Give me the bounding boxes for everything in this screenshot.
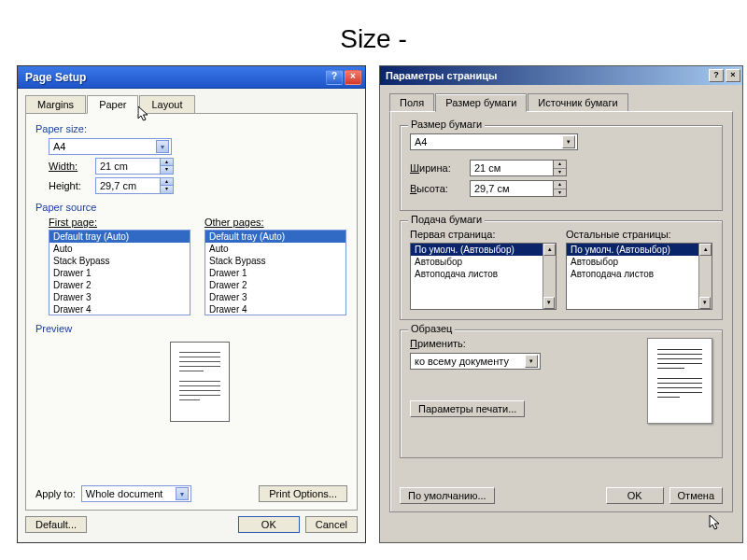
preview-area xyxy=(49,338,347,431)
other-pages-label: Other pages: xyxy=(204,217,347,228)
spin-down-icon[interactable]: ▾ xyxy=(160,166,173,174)
list-item[interactable]: Drawer 1 xyxy=(49,267,190,279)
other-pages-listbox[interactable]: Default tray (Auto) Auto Stack Bypass Dr… xyxy=(204,230,346,315)
paper-source-section-label: Paper source xyxy=(35,202,347,213)
preview-section-label: Preview xyxy=(35,323,347,334)
page-title: Size - xyxy=(0,24,747,54)
chevron-down-icon[interactable]: ▾ xyxy=(176,487,189,500)
tab-paper-source[interactable]: Источник бумаги xyxy=(528,93,627,112)
scroll-up-icon[interactable]: ▴ xyxy=(543,244,556,256)
paper-size-value: A4 xyxy=(415,136,427,147)
width-input[interactable]: 21 cm ▴▾ xyxy=(95,158,174,175)
paper-size-combo[interactable]: A4 ▾ xyxy=(410,133,578,150)
cancel-button[interactable]: Cancel xyxy=(305,516,358,533)
width-label: Ширина: xyxy=(410,162,462,174)
paper-size-value: A4 xyxy=(53,141,65,152)
sample-group-label: Образец xyxy=(408,323,455,334)
help-button[interactable]: ? xyxy=(709,69,724,82)
scroll-down-icon[interactable]: ▾ xyxy=(699,297,711,309)
dialog-title: Параметры страницы xyxy=(386,70,707,81)
list-item[interactable]: Auto xyxy=(49,243,190,255)
list-item[interactable]: Drawer 3 xyxy=(205,291,345,303)
scrollbar[interactable]: ▴▾ xyxy=(543,244,556,309)
tab-panel: Размер бумаги A4 ▾ Ширина: 21 см▴▾ Высот… xyxy=(389,111,733,512)
print-options-button[interactable]: Параметры печати... xyxy=(410,400,525,417)
apply-to-combo[interactable]: Whole document ▾ xyxy=(81,485,191,502)
list-item[interactable]: Drawer 4 xyxy=(205,303,345,315)
ok-button[interactable]: OK xyxy=(238,516,300,533)
spin-down-icon[interactable]: ▾ xyxy=(160,186,173,193)
first-page-label: First page: xyxy=(49,217,191,228)
spin-up-icon[interactable]: ▴ xyxy=(554,181,566,189)
paper-size-section-label: Paper size: xyxy=(35,123,347,134)
height-input[interactable]: 29,7 см xyxy=(470,180,554,197)
paper-size-group: Размер бумаги A4 ▾ Ширина: 21 см▴▾ Высот… xyxy=(400,125,723,211)
list-item[interactable]: Автоподача листов xyxy=(567,268,712,280)
close-button[interactable]: × xyxy=(345,70,361,85)
list-item[interactable]: Drawer 3 xyxy=(49,291,190,303)
cancel-button[interactable]: Отмена xyxy=(669,487,723,504)
list-item[interactable]: Drawer 1 xyxy=(205,267,345,279)
list-item[interactable]: Drawer 4 xyxy=(49,303,190,315)
height-spinner[interactable]: ▴▾ xyxy=(554,180,567,197)
spin-down-icon[interactable]: ▾ xyxy=(554,189,566,197)
apply-to-label: Apply to: xyxy=(35,488,76,499)
list-item[interactable]: Drawer 2 xyxy=(205,279,345,291)
ok-button[interactable]: OK xyxy=(606,487,664,504)
list-item[interactable]: Stack Bypass xyxy=(205,255,345,267)
apply-to-value: Whole document xyxy=(86,488,163,499)
spin-down-icon[interactable]: ▾ xyxy=(554,169,566,176)
spin-up-icon[interactable]: ▴ xyxy=(160,159,173,166)
list-item[interactable]: По умолч. (Автовыбор) xyxy=(567,244,712,256)
list-item[interactable]: Stack Bypass xyxy=(49,255,190,267)
tabs: Поля Размер бумаги Источник бумаги xyxy=(389,92,733,111)
print-options-button[interactable]: Print Options... xyxy=(259,485,347,502)
list-item[interactable]: Автовыбор xyxy=(567,256,712,268)
spin-up-icon[interactable]: ▴ xyxy=(160,178,173,186)
list-item[interactable]: Default tray (Auto) xyxy=(205,231,345,243)
first-page-listbox[interactable]: Default tray (Auto) Auto Stack Bypass Dr… xyxy=(49,230,190,315)
titlebar[interactable]: Page Setup ? × xyxy=(18,66,365,89)
first-page-listbox[interactable]: По умолч. (Автовыбор) Автовыбор Автопода… xyxy=(410,243,557,310)
other-pages-listbox[interactable]: По умолч. (Автовыбор) Автовыбор Автопода… xyxy=(566,243,712,310)
list-item[interactable]: Автовыбор xyxy=(411,256,556,268)
close-button[interactable]: × xyxy=(726,69,740,82)
scroll-up-icon[interactable]: ▴ xyxy=(699,244,712,256)
tab-margins[interactable]: Margins xyxy=(25,95,86,114)
chevron-down-icon[interactable]: ▾ xyxy=(525,355,538,368)
tab-paper-size[interactable]: Размер бумаги xyxy=(435,93,527,112)
width-input[interactable]: 21 см xyxy=(470,160,554,176)
height-input[interactable]: 29,7 cm ▴▾ xyxy=(95,177,174,194)
height-value: 29,7 cm xyxy=(96,180,160,191)
chevron-down-icon[interactable]: ▾ xyxy=(156,140,169,153)
apply-to-combo[interactable]: ко всему документу ▾ xyxy=(410,353,541,370)
preview-page-icon xyxy=(170,342,230,422)
paper-source-group: Подача бумаги Первая страница: По умолч.… xyxy=(400,220,723,320)
chevron-down-icon[interactable]: ▾ xyxy=(562,135,575,148)
apply-to-value: ко всему документу xyxy=(415,356,509,367)
page-setup-dialog-ru: Параметры страницы ? × Поля Размер бумаг… xyxy=(379,65,743,543)
spin-up-icon[interactable]: ▴ xyxy=(554,161,566,169)
default-button[interactable]: Default... xyxy=(25,516,87,533)
tab-layout[interactable]: Layout xyxy=(139,95,194,114)
list-item[interactable]: По умолч. (Автовыбор) xyxy=(411,244,556,256)
titlebar[interactable]: Параметры страницы ? × xyxy=(380,66,742,85)
list-item[interactable]: Автоподача листов xyxy=(411,268,556,280)
tab-fields[interactable]: Поля xyxy=(389,93,434,112)
scrollbar[interactable]: ▴▾ xyxy=(698,244,712,309)
height-label: Height: xyxy=(49,180,90,191)
sample-group: Образец Применить: ко всему документу ▾ … xyxy=(400,329,723,458)
paper-size-group-label: Размер бумаги xyxy=(408,119,485,130)
help-button[interactable]: ? xyxy=(326,70,343,85)
paper-size-combo[interactable]: A4 ▾ xyxy=(49,138,172,155)
width-spinner[interactable]: ▴▾ xyxy=(554,160,567,176)
width-value: 21 cm xyxy=(96,161,160,172)
preview-page-icon xyxy=(647,338,712,424)
list-item[interactable]: Auto xyxy=(205,243,345,255)
tab-paper[interactable]: Paper xyxy=(87,95,138,114)
scroll-down-icon[interactable]: ▾ xyxy=(543,297,555,309)
page-setup-dialog-en: Page Setup ? × Margins Paper Layout Pape… xyxy=(17,65,366,543)
list-item[interactable]: Drawer 2 xyxy=(49,279,190,291)
default-button[interactable]: По умолчанию... xyxy=(400,487,495,504)
list-item[interactable]: Default tray (Auto) xyxy=(49,231,190,243)
